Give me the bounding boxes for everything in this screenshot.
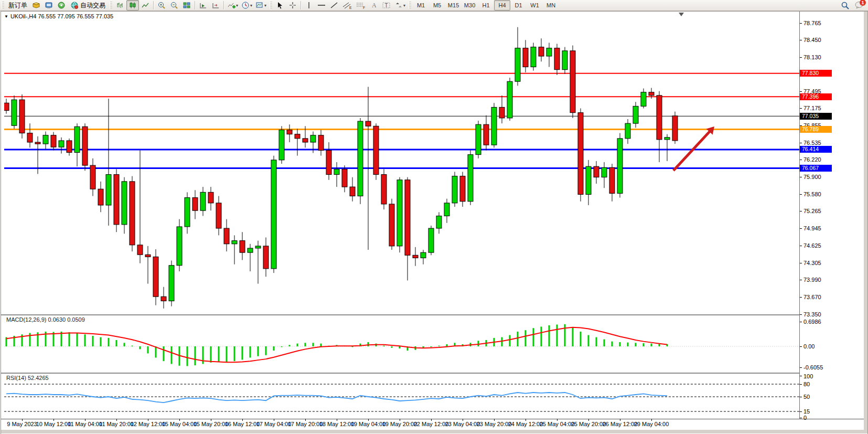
horizontal-line-tool[interactable] (315, 0, 328, 10)
candle-bear (67, 141, 72, 153)
chevron-down-icon: ▾ (250, 3, 252, 8)
market-watch-icon[interactable] (30, 0, 42, 10)
candle-bear (51, 135, 56, 147)
timeframe-button-m5[interactable]: M5 (429, 0, 445, 10)
macd-hist-bar (635, 343, 637, 346)
macd-hist-bar (234, 346, 235, 361)
svg-text:A: A (372, 2, 377, 9)
candle-bear (98, 189, 103, 205)
price-badge-76.067: 76.067 (800, 165, 832, 172)
bar-chart-mode-button[interactable] (114, 0, 126, 10)
timeframe-group: M1M5M15M30H1H4D1W1MN (413, 0, 559, 10)
fibonacci-tool[interactable]: F (354, 0, 368, 10)
price-chart[interactable] (4, 19, 799, 314)
cursor-icon (276, 1, 284, 9)
price-tick (800, 23, 802, 24)
macd-signal-line (6, 327, 667, 362)
macd-hist-bar (210, 346, 212, 363)
equidistant-channel-tool[interactable]: E (340, 0, 354, 10)
timeframe-button-mn[interactable]: MN (543, 0, 559, 10)
candlestick-mode-button[interactable] (126, 0, 139, 10)
toolbar-drag-handle[interactable] (2, 2, 4, 9)
macd-hist-bar (619, 342, 621, 346)
price-tick (800, 228, 802, 229)
candle-bull (255, 246, 261, 248)
toolbar-drag-handle[interactable] (110, 2, 112, 9)
cursor-button[interactable] (274, 0, 286, 10)
line-chart-mode-button[interactable] (139, 0, 152, 10)
shapes-tool[interactable]: ▾ (393, 0, 407, 10)
macd-panel[interactable] (4, 315, 799, 372)
trendline-tool[interactable] (328, 0, 340, 10)
chart-shift-marker[interactable] (679, 13, 684, 16)
timeframe-button-w1[interactable]: W1 (527, 0, 543, 10)
chat-button[interactable]: 1 (854, 1, 865, 10)
svg-text:F: F (363, 6, 365, 9)
zoom-in-button[interactable] (155, 0, 168, 10)
macd-hist-bar (438, 346, 440, 346)
rsi-panel[interactable] (4, 374, 799, 419)
time-label: 10 May 12:00 (36, 421, 71, 427)
toolbar-drag-handle[interactable] (270, 2, 272, 9)
timeframe-menu-button[interactable]: ▾ (240, 0, 254, 10)
bar-chart-icon (116, 1, 124, 9)
vertical-line-tool[interactable] (303, 0, 315, 10)
candle-bear (523, 48, 528, 67)
new-order-button[interactable]: 新订单 (6, 0, 30, 10)
candle-bull (177, 227, 182, 266)
timeframe-button-d1[interactable]: D1 (510, 0, 527, 10)
macd-hist-bar (297, 344, 298, 346)
search-icon (841, 1, 850, 10)
tile-windows-button[interactable] (180, 0, 193, 10)
macd-hist-bar (651, 344, 652, 346)
macd-hist-bar (289, 345, 291, 346)
candle-bear (295, 134, 300, 139)
macd-hist-bar (258, 346, 259, 356)
auto-trading-button[interactable]: 自动交易 (68, 0, 108, 10)
auto-scroll-button[interactable] (197, 0, 209, 10)
add-indicator-button[interactable]: ▾ (226, 0, 240, 10)
candle-bull (106, 175, 111, 205)
chart-shift-button[interactable] (209, 0, 222, 10)
time-label: 29 May 04:00 (634, 421, 669, 427)
price-tick-label: 78.765 (803, 20, 821, 26)
text-tool[interactable]: A (368, 0, 380, 10)
timeframe-button-h4[interactable]: H4 (494, 0, 510, 10)
timeframe-button-m30[interactable]: M30 (462, 0, 478, 10)
rsi-label: RSI(14) 52.4265 (6, 375, 49, 381)
candle-bear (35, 142, 40, 144)
price-tick-label: 76.220 (803, 156, 821, 163)
price-badge-77.396: 77.396 (800, 93, 832, 100)
price-tick-label: 76.535 (803, 140, 821, 146)
signal-icon[interactable] (55, 0, 68, 10)
price-tick (800, 40, 802, 40)
timeframe-button-m1[interactable]: M1 (413, 0, 429, 10)
macd-label: MACD(12,26,9) 0.0630 0.0509 (6, 316, 85, 323)
text-label-tool[interactable]: T (380, 0, 393, 10)
candle-bear (130, 182, 135, 245)
macd-hist-bar (517, 332, 519, 346)
macd-hist-bar (320, 344, 322, 346)
timeframe-button-h1[interactable]: H1 (478, 0, 494, 10)
candle-bear (389, 204, 394, 246)
chat-unread-badge: 1 (860, 0, 866, 6)
terminal-icon[interactable] (42, 0, 55, 10)
zoom-out-button[interactable] (168, 0, 180, 10)
annotation-arrow-shaft[interactable] (673, 130, 711, 171)
crosshair-button[interactable] (286, 0, 299, 10)
rsi-tick-label: 50 (803, 394, 810, 400)
price-tick (800, 314, 802, 315)
toolbar-drag-handle[interactable] (409, 2, 411, 9)
macd-hist-bar (533, 328, 534, 346)
candle-bear (216, 203, 221, 228)
macd-hist-bar (391, 346, 393, 348)
timeframe-button-m15[interactable]: M15 (445, 0, 462, 10)
templates-button[interactable]: ▾ (254, 0, 268, 10)
candle-bull (421, 252, 426, 258)
search-button[interactable] (839, 0, 851, 10)
macd-hist-bar (69, 332, 70, 346)
collapse-triangle-icon[interactable]: ▼ (4, 14, 8, 19)
candle-bull (515, 48, 520, 82)
price-badge-76.789: 76.789 (800, 126, 832, 133)
candle-bull (617, 139, 623, 194)
